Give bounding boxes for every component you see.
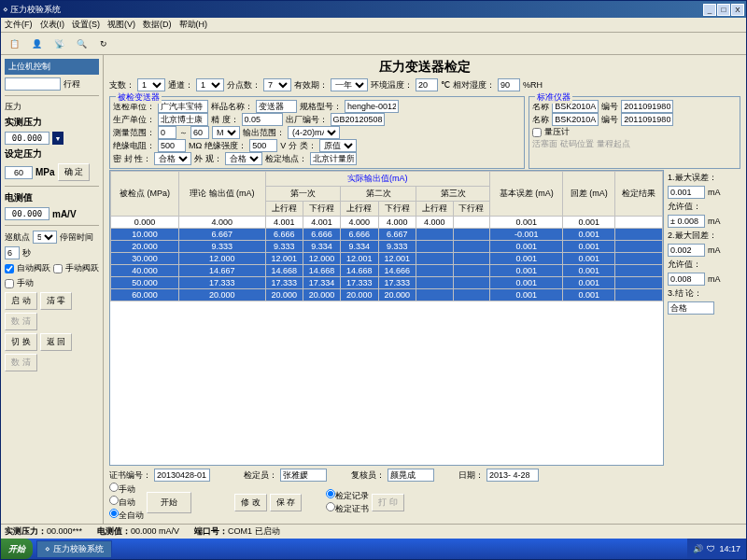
table-row[interactable]: 0.0004.0004.0014.0014.0004.0004.0000.001… xyxy=(111,217,663,229)
unit-input[interactable] xyxy=(158,100,208,113)
grade-select[interactable]: 原值 xyxy=(319,139,357,152)
taskbar-item[interactable]: ⋄ 压力校验系统 xyxy=(36,540,112,558)
manual-check[interactable] xyxy=(5,279,14,288)
modify-button[interactable]: 修 改 xyxy=(234,494,267,511)
range-label: 测量范围： xyxy=(113,127,155,139)
div-label: 分点数： xyxy=(227,79,261,91)
menu-view[interactable]: 视图(V) xyxy=(107,19,135,31)
table-row[interactable]: 60.00020.00020.00020.00020.00020.0000.00… xyxy=(111,289,663,301)
auto-valve-check[interactable] xyxy=(5,264,14,273)
mfr-input[interactable] xyxy=(158,113,208,126)
date-label: 日期： xyxy=(458,469,484,482)
return-button[interactable]: 返 回 xyxy=(40,333,73,351)
hdr-hysteresis: 回差 (mA) xyxy=(563,172,615,217)
look-select[interactable]: 合格 xyxy=(225,152,262,165)
toolbar-btn-4[interactable]: 🔍 xyxy=(72,35,91,53)
piezo-check[interactable] xyxy=(532,128,542,137)
max-error-label: 1.最大误差： xyxy=(668,172,739,184)
insr-input[interactable] xyxy=(158,139,186,152)
system-tray[interactable]: 🔊🛡14:17 xyxy=(687,539,746,559)
mode-auto-radio[interactable] xyxy=(109,496,119,505)
menu-settings[interactable]: 设置(S) xyxy=(72,19,100,31)
humid-input[interactable] xyxy=(498,78,520,91)
table-row[interactable]: 20.0009.3339.3339.3349.3349.3330.0010.00… xyxy=(111,241,663,253)
toolbar-btn-1[interactable]: 📋 xyxy=(5,35,23,53)
switch-button[interactable]: 切 换 xyxy=(5,333,37,351)
mode-fullauto-radio[interactable] xyxy=(109,509,119,518)
cruise-select[interactable]: 5 xyxy=(33,231,57,244)
menu-data[interactable]: 数据(D) xyxy=(143,19,172,31)
hdr-dn2: 下行程 xyxy=(378,202,416,217)
std-sn1[interactable] xyxy=(621,100,673,113)
start-menu-button[interactable]: 开始 xyxy=(1,539,33,559)
out-select[interactable]: (4-20)mA xyxy=(288,126,340,139)
set-pressure-input[interactable] xyxy=(5,166,33,179)
taskbar: 开始 ⋄ 压力校验系统 🔊🛡14:17 xyxy=(1,539,746,559)
wt-label: 砝码位置 xyxy=(560,138,594,150)
insp-input[interactable] xyxy=(280,469,327,482)
div-select[interactable]: 7 xyxy=(263,78,291,91)
hdr-up1: 上行程 xyxy=(265,202,303,217)
range-lo-input[interactable] xyxy=(158,126,176,139)
travel-input[interactable] xyxy=(5,77,61,91)
temp-input[interactable] xyxy=(416,78,438,91)
table-row[interactable]: 10.0006.6676.6666.6666.6666.667-0.0010.0… xyxy=(111,229,663,241)
calloc-input[interactable] xyxy=(310,152,357,165)
menu-file[interactable]: 文件(F) xyxy=(5,19,33,31)
table-row[interactable]: 30.00012.00012.00112.00012.00112.0010.00… xyxy=(111,253,663,265)
rev-input[interactable] xyxy=(388,469,434,482)
table-row[interactable]: 40.00014.66714.66814.66814.66814.6660.00… xyxy=(111,265,663,277)
valid-select[interactable]: 一年 xyxy=(331,78,368,91)
pts-select[interactable]: 1 xyxy=(137,78,165,91)
spec-input[interactable] xyxy=(345,100,399,113)
clear-button[interactable]: 清 零 xyxy=(40,292,73,310)
reset-button[interactable]: 数 清 xyxy=(5,313,37,330)
mode-fullauto-label: 全自动 xyxy=(119,511,144,520)
acc-label: 精 度： xyxy=(211,114,239,126)
begin-button[interactable]: 开始 xyxy=(147,492,191,513)
temp-unit: ℃ xyxy=(441,80,450,90)
confirm-button[interactable]: 确 定 xyxy=(58,163,91,181)
status-p-value: 00.000*** xyxy=(47,526,82,536)
range-hi-input[interactable] xyxy=(190,126,209,139)
cert-input[interactable] xyxy=(154,469,210,482)
date-input[interactable] xyxy=(486,469,539,482)
window-title: 压力校验系统 xyxy=(8,4,703,16)
toolbar-btn-2[interactable]: 👤 xyxy=(27,35,46,53)
insv-input[interactable] xyxy=(249,139,277,152)
maximize-button[interactable]: □ xyxy=(717,4,730,16)
sample-input[interactable] xyxy=(256,100,297,113)
chan-select[interactable]: 1 xyxy=(196,78,224,91)
valid-label: 有效期： xyxy=(294,79,328,91)
toolbar: 📋 👤 📡 🔍 ↻ xyxy=(1,33,746,55)
reset2-button[interactable]: 数 清 xyxy=(5,354,37,371)
toolbar-btn-5[interactable]: ↻ xyxy=(94,35,113,53)
data-table[interactable]: 被检点 (MPa)理论 输出值 (mA)实际输出值(mA)基本误差 (mA)回差… xyxy=(109,170,664,466)
actual-pressure-dropdown[interactable]: ▼ xyxy=(52,132,63,145)
menu-instrument[interactable]: 仪表(I) xyxy=(40,19,65,31)
close-button[interactable]: X xyxy=(731,4,744,16)
mfr-label: 生产单位： xyxy=(113,114,155,126)
calrec-label: 检定记录 xyxy=(335,491,369,500)
sn-input[interactable] xyxy=(331,113,385,126)
print-button[interactable]: 打 印 xyxy=(372,494,404,511)
manual-valve-check[interactable] xyxy=(53,264,63,273)
menu-help[interactable]: 帮助(H) xyxy=(179,19,208,31)
sidebar-tab[interactable]: 上位机控制 xyxy=(5,59,99,75)
table-row[interactable]: 50.00017.33317.33317.33417.33317.3330.00… xyxy=(111,277,663,289)
sn2-label: 编号 xyxy=(601,114,618,126)
mode-manual-radio[interactable] xyxy=(109,483,119,492)
std-name2[interactable] xyxy=(552,113,599,126)
toolbar-btn-3[interactable]: 📡 xyxy=(49,35,68,53)
start-button[interactable]: 启 动 xyxy=(5,292,37,310)
dwell-input[interactable] xyxy=(5,246,20,259)
seal-select[interactable]: 合格 xyxy=(154,152,191,165)
std-sn2[interactable] xyxy=(621,113,673,126)
calrec-radio[interactable] xyxy=(326,489,335,498)
save-button[interactable]: 保 存 xyxy=(270,494,303,511)
range-unit-select[interactable]: MPa xyxy=(212,126,240,139)
calcert-radio[interactable] xyxy=(326,502,335,511)
acc-input[interactable] xyxy=(242,113,283,126)
look-label: 外 观： xyxy=(194,153,222,165)
minimize-button[interactable]: _ xyxy=(703,4,716,16)
